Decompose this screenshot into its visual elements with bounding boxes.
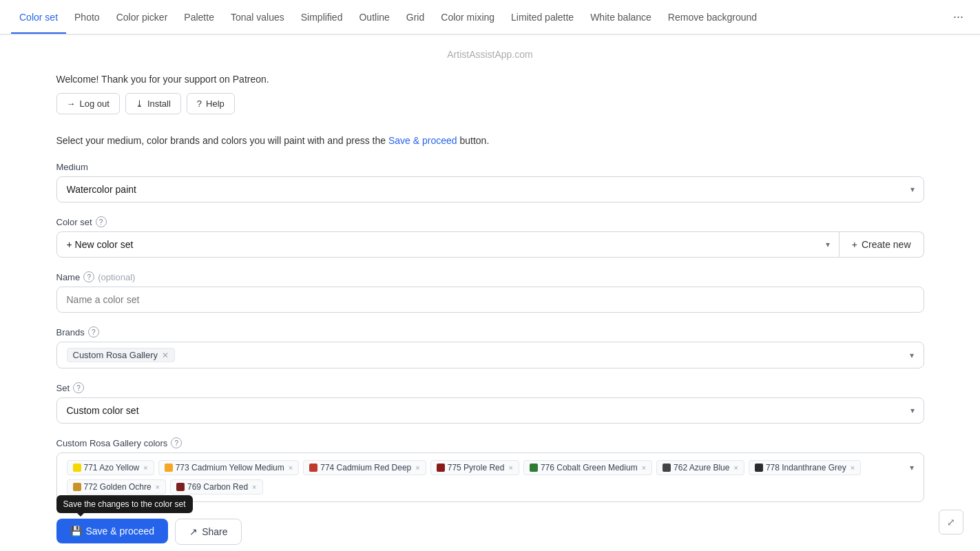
color-set-group: Color set ? + New color set ▾ + Create n… — [56, 216, 924, 258]
expand-button[interactable]: ⤢ — [939, 510, 963, 534]
brands-group: Brands ? Custom Rosa Gallery ✕ ▾ — [56, 326, 924, 368]
color-tag: 775 Pyrole Red× — [430, 460, 519, 475]
help-button[interactable]: ? Help — [187, 93, 235, 114]
install-icon: ⤓ — [136, 98, 143, 109]
color-tag: 778 Indanthrane Grey× — [749, 460, 861, 475]
set-group: Set ? Custom color set ▾ — [56, 382, 924, 424]
medium-group: Medium Watercolor paint ▾ — [56, 162, 924, 202]
color-tag: 771 Azo Yellow× — [67, 460, 154, 475]
color-swatch — [309, 464, 317, 472]
share-label: Share — [202, 526, 227, 537]
nav-more-button[interactable]: ··· — [948, 0, 969, 34]
color-tag-remove-button[interactable]: × — [415, 464, 419, 472]
create-new-plus-icon: + — [852, 239, 857, 250]
action-row: Save the changes to the color set 💾 Save… — [56, 519, 924, 545]
color-tag-label: 772 Golden Ochre — [84, 482, 152, 492]
color-tag: 772 Golden Ochre× — [67, 479, 167, 495]
watermark: ArtistAssistApp.com — [56, 49, 924, 60]
brand-tag-remove-button[interactable]: ✕ — [162, 351, 169, 360]
colors-box[interactable]: 771 Azo Yellow×773 Cadmium Yellow Medium… — [56, 453, 924, 502]
color-tag-remove-button[interactable]: × — [642, 464, 646, 472]
set-label-text: Set — [56, 383, 70, 393]
colors-label: Custom Rosa Gallery colors ? — [56, 437, 924, 448]
color-swatch — [165, 464, 173, 472]
share-icon: ↗ — [189, 526, 198, 537]
set-select[interactable]: Custom color set — [56, 397, 924, 424]
nav-item-palette[interactable]: Palette — [176, 2, 222, 34]
instruction-after: button. — [459, 135, 489, 146]
color-tag-label: 775 Pyrole Red — [448, 463, 505, 472]
nav-item-limited-palette[interactable]: Limited palette — [503, 2, 582, 34]
color-tag-remove-button[interactable]: × — [851, 464, 855, 472]
color-tag-label: 773 Cadmium Yellow Medium — [176, 463, 284, 472]
brands-label: Brands ? — [56, 326, 924, 337]
nav-item-color-set[interactable]: Color set — [11, 2, 66, 34]
nav-item-outline[interactable]: Outline — [351, 2, 397, 34]
color-swatch — [437, 464, 445, 472]
share-button[interactable]: ↗ Share — [175, 519, 242, 545]
colors-group: Custom Rosa Gallery colors ? 771 Azo Yel… — [56, 437, 924, 502]
color-tag-remove-button[interactable]: × — [252, 483, 256, 491]
color-tag: 769 Carbon Red× — [170, 479, 263, 495]
nav-item-photo[interactable]: Photo — [66, 2, 108, 34]
color-tag-remove-button[interactable]: × — [143, 464, 147, 472]
color-swatch — [176, 483, 185, 491]
name-label-text: Name — [56, 272, 81, 282]
nav-item-white-balance[interactable]: White balance — [582, 2, 660, 34]
help-label: Help — [206, 98, 225, 109]
set-help-icon[interactable]: ? — [73, 382, 84, 393]
color-tag: 762 Azure Blue× — [656, 460, 744, 475]
create-new-label: Create new — [862, 239, 911, 250]
brands-help-icon[interactable]: ? — [88, 326, 99, 337]
colors-help-icon[interactable]: ? — [171, 437, 182, 448]
colors-chevron-icon: ▾ — [910, 463, 914, 472]
brands-chevron-icon: ▾ — [910, 351, 914, 360]
name-group: Name ? (optional) — [56, 271, 924, 313]
medium-label: Medium — [56, 162, 924, 172]
color-set-row: + New color set ▾ + Create new — [56, 231, 924, 258]
color-tag-label: 769 Carbon Red — [187, 482, 248, 492]
nav-item-color-picker[interactable]: Color picker — [108, 2, 176, 34]
nav-item-remove-background[interactable]: Remove background — [660, 2, 765, 34]
color-tag-remove-button[interactable]: × — [733, 464, 738, 472]
color-tag-label: 771 Azo Yellow — [84, 463, 140, 472]
welcome-text: Welcome! Thank you for your support on P… — [56, 74, 924, 85]
logout-icon: → — [67, 98, 76, 109]
color-set-select[interactable]: + New color set — [56, 231, 840, 258]
save-tooltip-wrapper: Save the changes to the color set 💾 Save… — [56, 519, 169, 545]
color-tag-remove-button[interactable]: × — [289, 464, 293, 472]
color-tag-remove-button[interactable]: × — [508, 464, 512, 472]
color-swatch — [663, 464, 671, 472]
medium-select[interactable]: Watercolor paint — [56, 176, 924, 202]
brands-label-text: Brands — [56, 327, 85, 337]
instruction-before: Select your medium, color brands and col… — [56, 135, 386, 146]
create-new-button[interactable]: + Create new — [840, 231, 924, 258]
nav-item-color-mixing[interactable]: Color mixing — [432, 2, 503, 34]
logout-button[interactable]: → Log out — [56, 93, 120, 114]
logout-label: Log out — [80, 98, 110, 109]
save-proceed-link[interactable]: Save & proceed — [388, 135, 457, 146]
set-label: Set ? — [56, 382, 924, 393]
brands-box[interactable]: Custom Rosa Gallery ✕ ▾ — [56, 342, 924, 368]
install-button[interactable]: ⤓ Install — [125, 93, 181, 114]
set-select-wrapper: Custom color set ▾ — [56, 397, 924, 424]
color-tag: 776 Cobalt Green Medium× — [523, 460, 652, 475]
color-tag-label: 762 Azure Blue — [674, 463, 729, 472]
nav-bar: Color set Photo Color picker Palette Ton… — [0, 0, 980, 35]
color-set-label-text: Color set — [56, 217, 92, 227]
color-tag-label: 774 Cadmium Red Deep — [320, 463, 411, 472]
brand-tag-custom-rosa: Custom Rosa Gallery ✕ — [67, 348, 176, 362]
name-input[interactable] — [56, 287, 924, 313]
nav-item-tonal-values[interactable]: Tonal values — [222, 2, 293, 34]
nav-item-simplified[interactable]: Simplified — [293, 2, 351, 34]
save-proceed-button[interactable]: 💾 Save & proceed — [56, 519, 169, 543]
save-proceed-label: Save & proceed — [86, 526, 155, 537]
color-set-help-icon[interactable]: ? — [96, 216, 107, 227]
nav-item-grid[interactable]: Grid — [398, 2, 432, 34]
color-set-select-wrapper: + New color set ▾ — [56, 231, 840, 258]
help-icon: ? — [197, 98, 202, 109]
color-tag-remove-button[interactable]: × — [156, 483, 160, 491]
name-help-icon[interactable]: ? — [83, 271, 94, 282]
color-swatch — [73, 464, 81, 472]
save-proceed-icon: 💾 — [70, 526, 82, 537]
